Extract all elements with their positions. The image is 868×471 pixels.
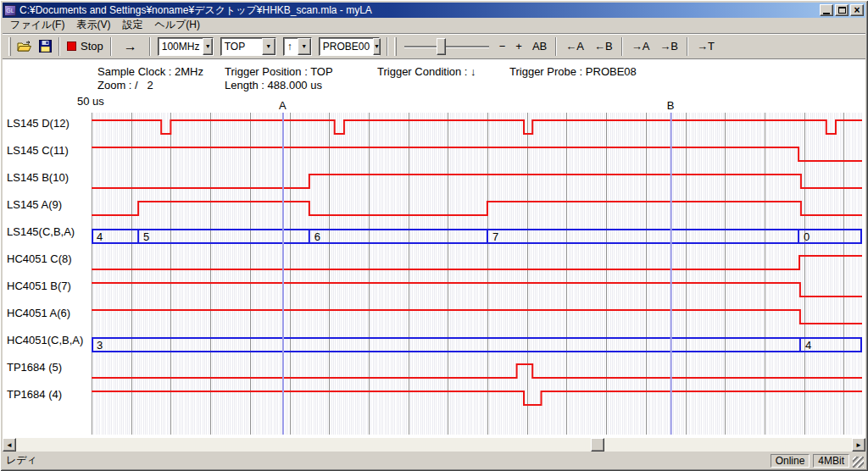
move-b-right-button[interactable]: →B [654,36,683,57]
ab-range-button[interactable]: AB [527,36,552,57]
time-scale-label: 50 us [77,95,104,108]
toolbar-separator [387,37,388,56]
open-folder-icon [17,40,32,53]
bus-value: 4 [97,230,103,243]
waveform-trace [92,364,862,378]
save-file-button[interactable] [36,36,55,57]
channel-label: HC4051(C,B,A) [7,334,83,347]
toolbar-separator [110,37,112,56]
trigger-probe-value: PROBE00 [320,38,373,55]
zoom-in-button[interactable]: + [510,36,527,57]
waveform-trace [92,147,862,161]
chevron-down-icon[interactable]: ▼ [262,38,275,55]
status-message: レディ [6,453,767,468]
sample-clock-combo[interactable]: 100MHz ▼ [158,37,214,56]
bus-value: 6 [314,230,320,243]
cursor-a-label[interactable]: A [279,99,287,112]
bus-value: 0 [804,230,810,243]
bus-value: 4 [805,339,811,352]
waveform-plot[interactable]: 4567034 [92,113,862,435]
sample-clock-info: Sample Clock : 2MHz [97,65,203,78]
stop-icon [67,42,76,51]
waveform-trace [92,256,862,269]
channel-label: LS145 A(9) [7,198,62,212]
menu-settings[interactable]: 設定 [116,16,148,35]
waveform-client-area: Sample Clock : 2MHz Trigger Position : T… [3,59,865,438]
trigger-edge-value: ↑ [284,38,298,55]
channel-label: HC4051 A(6) [7,307,70,320]
channel-label: TP1684 (4) [7,388,62,402]
zoom-out-button[interactable]: − [494,36,511,57]
maximize-icon [838,7,846,14]
zoom-slider-track [404,46,489,47]
trigger-position-combo[interactable]: TOP ▼ [220,37,276,56]
channel-label: TP1684 (5) [7,361,62,374]
close-button[interactable]: × [850,4,864,16]
length-info: Length : 488.000 us [225,79,322,91]
toolbar-separator [58,37,60,56]
zoom-slider[interactable] [404,37,489,56]
goto-trigger-button[interactable]: →T [692,36,720,57]
scroll-left-button[interactable]: ◄ [3,438,16,452]
scroll-left-icon: ◄ [6,441,13,449]
trigger-position-info: Trigger Position : TOP [225,65,333,78]
toolbar-grip [394,37,397,56]
channel-label: LS145 C(11) [7,144,69,158]
channel-label: LS145 B(10) [7,171,69,185]
maximize-button[interactable] [835,4,849,16]
menu-file[interactable]: ファイル(F) [4,16,70,35]
trigger-probe-combo[interactable]: PROBE00 ▼ [319,37,380,56]
scroll-right-icon: ► [855,441,862,449]
menu-view[interactable]: 表示(V) [70,16,116,35]
zoom-slider-thumb[interactable] [437,38,446,55]
run-arrow-icon: → [124,39,137,54]
close-icon: × [854,6,860,14]
sample-clock-value: 100MHz [159,38,203,55]
chevron-down-icon[interactable]: ▼ [298,38,311,55]
channel-label: HC4051 C(8) [7,252,72,266]
cursor-b-label[interactable]: B [667,99,675,112]
toolbar: Stop → 100MHz ▼ TOP ▼ ↑ ▼ PROBE00 ▼ [3,34,865,59]
waveform-svg[interactable]: 4567034 [92,113,862,435]
move-b-left-button[interactable]: ←B [589,36,618,57]
waveform-trace [92,175,862,188]
chevron-down-icon[interactable]: ▼ [203,38,212,55]
channel-label: LS145(C,B,A) [7,225,75,239]
toolbar-grip [8,37,11,56]
minimize-icon [823,13,830,14]
chevron-down-icon[interactable]: ▼ [373,38,381,55]
scroll-right-button[interactable]: ► [852,438,865,452]
trigger-position-value: TOP [221,38,262,55]
window-title: C:¥Documents and Settings¥noname¥デスクトップ¥… [19,3,818,18]
trigger-condition-info: Trigger Condition : ↓ [377,65,476,78]
open-file-button[interactable] [14,36,36,57]
waveform-trace [92,391,862,405]
trigger-edge-combo[interactable]: ↑ ▼ [283,37,312,56]
memory-status-badge: 4MBit [813,454,849,468]
toolbar-separator [687,37,688,56]
toolbar-separator [621,37,623,56]
app-icon: GL [4,5,16,16]
move-a-left-button[interactable]: ←A [560,36,589,57]
status-bar: レディ Online 4MBit [3,452,865,468]
horizontal-scrollbar[interactable]: ◄ ► [3,438,865,452]
waveform-trace [92,283,862,296]
toolbar-separator [555,37,557,56]
menu-bar: ファイル(F) 表示(V) 設定 ヘルプ(H) [3,18,865,34]
waveform-trace [92,202,862,215]
scrollbar-thumb[interactable] [591,438,604,452]
save-floppy-icon [39,40,52,53]
bus-value: 7 [492,230,498,243]
stop-button[interactable]: Stop [64,36,107,57]
run-button[interactable]: → [115,36,146,57]
waveform-trace [92,310,862,324]
channel-label: HC4051 B(7) [7,280,71,293]
app-window: GL C:¥Documents and Settings¥noname¥デスクト… [0,0,868,471]
minimize-button[interactable] [820,4,833,16]
resize-grip-icon[interactable] [853,457,864,468]
menu-help[interactable]: ヘルプ(H) [148,16,206,35]
zoom-info: Zoom : / 2 [97,79,153,91]
online-status-badge: Online [771,454,810,468]
move-a-right-button[interactable]: →A [626,36,655,57]
trigger-probe-info: Trigger Probe : PROBE08 [509,65,637,78]
